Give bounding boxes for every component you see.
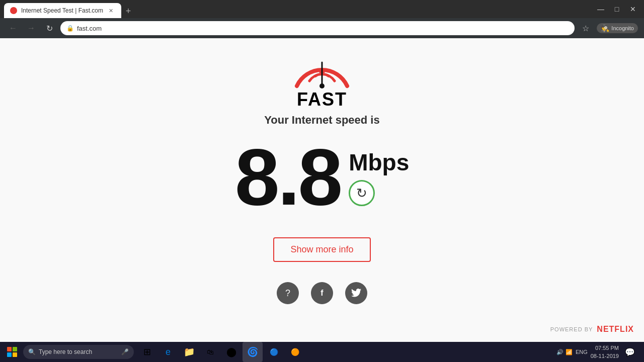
forward-button[interactable]: → bbox=[24, 21, 38, 35]
chrome-app-2[interactable]: 🌀 bbox=[243, 342, 263, 362]
active-tab[interactable]: Internet Speed Test | Fast.com ✕ bbox=[4, 3, 121, 18]
speed-value: 8.8 bbox=[235, 137, 341, 217]
netflix-footer: POWERED BY NETFLIX bbox=[550, 325, 634, 334]
system-tray: 🔊 📶 bbox=[556, 349, 573, 355]
speed-unit-label: Mbps bbox=[349, 151, 409, 174]
tab-strip: Internet Speed Test | Fast.com ✕ + bbox=[4, 0, 592, 18]
speed-unit-column: Mbps ↻ bbox=[349, 137, 409, 206]
speed-display: 8.8 Mbps ↻ bbox=[235, 137, 410, 217]
win-logo-q1 bbox=[7, 347, 12, 351]
search-icon: 🔍 bbox=[28, 348, 36, 355]
edge-app[interactable]: e bbox=[158, 342, 178, 362]
social-icons-group: ? f bbox=[277, 282, 367, 304]
powered-by-label: POWERED BY bbox=[550, 326, 593, 332]
windows-logo bbox=[7, 347, 17, 357]
url-text: fast.com bbox=[77, 25, 102, 32]
tab-close-button[interactable]: ✕ bbox=[107, 7, 115, 15]
window-controls: ― □ ✕ bbox=[594, 2, 640, 16]
svg-point-1 bbox=[319, 83, 325, 88]
clock-time: 07:55 PM bbox=[591, 344, 619, 352]
taskbar-right-area: 🔊 📶 ENG 07:55 PM 08-11-2019 💬 bbox=[556, 344, 642, 360]
unknown-app-2[interactable]: 🟠 bbox=[285, 342, 305, 362]
netflix-brand: NETFLIX bbox=[597, 325, 634, 334]
files-app[interactable]: 📁 bbox=[179, 342, 199, 362]
facebook-icon-button[interactable]: f bbox=[311, 282, 333, 304]
win-logo-q4 bbox=[13, 352, 17, 357]
restart-test-button[interactable]: ↻ bbox=[349, 180, 375, 206]
minimize-button[interactable]: ― bbox=[594, 2, 608, 16]
chrome-window: Internet Speed Test | Fast.com ✕ + ― □ ✕… bbox=[0, 0, 644, 362]
taskbar-search-label: Type here to search bbox=[39, 348, 92, 355]
address-bar: ← → ↻ 🔒 fast.com ☆ 🕵 Incognito bbox=[0, 18, 644, 38]
windows-taskbar: 🔍 Type here to search 🎤 ⊞ e 📁 🛍 ⬤ 🌀 🔵 🟠 … bbox=[0, 342, 644, 362]
page-content: English (US) ▾ bbox=[0, 38, 644, 342]
fast-logo: FAST bbox=[292, 53, 352, 109]
profile-area: 🕵 Incognito bbox=[597, 23, 638, 33]
fast-brand-text: FAST bbox=[297, 90, 347, 109]
store-app[interactable]: 🛍 bbox=[200, 342, 220, 362]
twitter-icon-button[interactable] bbox=[345, 282, 367, 304]
win-logo-q2 bbox=[13, 347, 17, 351]
taskbar-apps: ⊞ e 📁 🛍 ⬤ 🌀 🔵 🟠 bbox=[137, 342, 305, 362]
language-indicator: ENG bbox=[576, 349, 588, 355]
speed-subtitle: Your Internet speed is bbox=[264, 114, 379, 127]
taskbar-search-box[interactable]: 🔍 Type here to search 🎤 bbox=[23, 345, 134, 359]
tab-title-label: Internet Speed Test | Fast.com bbox=[21, 7, 103, 14]
clock-date: 08-11-2019 bbox=[591, 352, 619, 360]
new-tab-button[interactable]: + bbox=[121, 4, 135, 18]
task-view-button[interactable]: ⊞ bbox=[137, 342, 157, 362]
maximize-button[interactable]: □ bbox=[610, 2, 624, 16]
bookmark-button[interactable]: ☆ bbox=[579, 21, 593, 35]
speed-decimal: 8 bbox=[298, 132, 341, 222]
help-icon-button[interactable]: ? bbox=[277, 282, 299, 304]
win-logo-q3 bbox=[7, 352, 12, 357]
incognito-icon: 🕵 bbox=[601, 24, 609, 32]
close-button[interactable]: ✕ bbox=[626, 2, 640, 16]
lock-icon: 🔒 bbox=[66, 25, 74, 32]
tab-favicon bbox=[10, 7, 17, 14]
omnibox[interactable]: 🔒 fast.com bbox=[60, 21, 575, 35]
fast-container: FAST Your Internet speed is 8.8 Mbps ↻ S… bbox=[0, 38, 644, 342]
chrome-app[interactable]: ⬤ bbox=[221, 342, 242, 362]
back-button[interactable]: ← bbox=[6, 21, 20, 35]
refresh-page-button[interactable]: ↻ bbox=[42, 21, 56, 35]
taskbar-lang-label: ENG bbox=[576, 349, 588, 355]
show-more-info-button[interactable]: Show more info bbox=[273, 237, 370, 262]
notification-button[interactable]: 💬 bbox=[622, 344, 638, 360]
incognito-badge[interactable]: 🕵 Incognito bbox=[597, 23, 638, 33]
network-icon: 📶 bbox=[566, 349, 573, 355]
incognito-label: Incognito bbox=[611, 25, 634, 31]
start-button[interactable] bbox=[2, 342, 22, 362]
unknown-app-1[interactable]: 🔵 bbox=[264, 342, 284, 362]
speedometer-icon bbox=[292, 53, 352, 88]
microphone-icon: 🎤 bbox=[121, 348, 129, 355]
title-bar: Internet Speed Test | Fast.com ✕ + ― □ ✕ bbox=[0, 0, 644, 18]
speaker-icon: 🔊 bbox=[556, 349, 564, 355]
speed-integer: 8. bbox=[235, 132, 298, 222]
taskbar-clock[interactable]: 07:55 PM 08-11-2019 bbox=[591, 344, 619, 360]
